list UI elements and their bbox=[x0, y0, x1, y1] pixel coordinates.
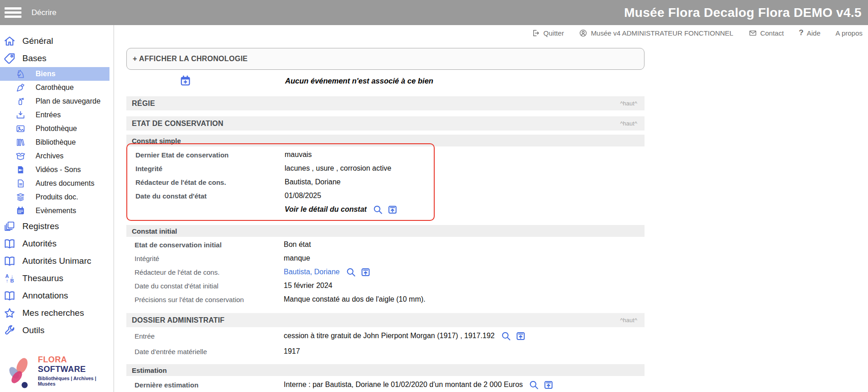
sidebar-item-label: Général bbox=[22, 36, 53, 46]
chronology-event-row: Aucun événement n'est associé à ce bien bbox=[126, 71, 645, 90]
sidebar-item-evenements[interactable]: Evènements bbox=[0, 204, 109, 218]
sidebar-item-autorites-unimarc[interactable]: Autorités Unimarc bbox=[0, 252, 114, 270]
field-value-text: 15 février 2024 bbox=[284, 282, 333, 290]
subsection-bar-constat-initial: Constat initial bbox=[126, 225, 645, 237]
field-row-precisions-sur-l-etat-de-conservation: Précisions sur l'état de conservationMan… bbox=[126, 293, 645, 306]
top-bar: Décrire Musée Flora Decalog Flora DEMO v… bbox=[0, 0, 868, 25]
sidebar-item-videos-sons[interactable]: Vidéos - Sons bbox=[0, 163, 109, 177]
field-value: lacunes , usure , corrosion active bbox=[285, 164, 391, 172]
sidebar-item-outils[interactable]: Outils bbox=[0, 322, 114, 339]
subsection-title: Estimation bbox=[132, 366, 167, 374]
open-window-icon[interactable] bbox=[360, 267, 371, 277]
module-label: Décrire bbox=[31, 8, 57, 17]
field-value: Manque constaté au dos de l'aigle (10 mm… bbox=[284, 295, 426, 303]
back-to-top-link[interactable]: ^haut^ bbox=[620, 100, 637, 107]
field-label: Intégrité bbox=[126, 255, 284, 262]
back-to-top-link[interactable]: ^haut^ bbox=[620, 317, 637, 324]
utility-contact[interactable]: Contact bbox=[748, 29, 784, 37]
sidebar-item-registres[interactable]: Registres bbox=[0, 218, 114, 235]
home-icon bbox=[3, 35, 16, 47]
sidebar-item-label: Evènements bbox=[36, 207, 76, 215]
sidebar-item-archives[interactable]: Archives bbox=[0, 149, 109, 163]
field-row-etat-de-conservation-initial: Etat de conservation initialBon état bbox=[126, 238, 645, 251]
search-icon[interactable] bbox=[373, 204, 383, 215]
sidebar-item-annotations[interactable]: Annotations bbox=[0, 287, 114, 304]
row-actions bbox=[529, 380, 554, 390]
row-actions bbox=[346, 267, 371, 277]
field-value: 01/08/2025 bbox=[285, 192, 321, 200]
field-value-text: Bon état bbox=[284, 240, 311, 249]
rowgroup: Entréecession à titre gratuit de John Pi… bbox=[126, 327, 645, 360]
subsection-bar-estimation: Estimation bbox=[126, 364, 645, 376]
field-value-text: mauvais bbox=[285, 151, 312, 159]
field-label: Précisions sur l'état de conservation bbox=[126, 296, 284, 303]
field-value: 1917 bbox=[284, 347, 300, 355]
open-window-icon[interactable] bbox=[387, 204, 398, 215]
section-bar-regie: RÉGIE^haut^ bbox=[126, 96, 645, 110]
field-row-entree: Entréecession à titre gratuit de John Pi… bbox=[126, 328, 645, 344]
main-area: QuitterMusée v4 ADMINISTRATEUR FONCTIONN… bbox=[114, 25, 868, 392]
highlighted-rowgroup: Dernier Etat de conservationmauvaisInteg… bbox=[126, 143, 435, 221]
sidebar-item-phototheque[interactable]: Photothèque bbox=[0, 122, 109, 136]
field-value-text: 01/08/2025 bbox=[285, 192, 321, 200]
sidebar-item-label: Mes recherches bbox=[22, 308, 84, 318]
sidebar-item-bibliotheque[interactable]: Bibliothèque bbox=[0, 136, 109, 149]
field-value: 15 février 2024 bbox=[284, 282, 333, 290]
sidebar-item-mes-recherches[interactable]: Mes recherches bbox=[0, 304, 114, 322]
field-label: Date d'entrée matérielle bbox=[126, 348, 284, 355]
video-doc-icon bbox=[16, 165, 26, 175]
sidebar-item-label: Bibliothèque bbox=[36, 138, 76, 146]
sidebar-item-thesaurus[interactable]: A↓↑BThesaurus bbox=[0, 270, 114, 287]
open-window-icon[interactable] bbox=[543, 380, 554, 390]
sidebar-item-autorites[interactable]: Autorités bbox=[0, 235, 114, 252]
utility-quitter[interactable]: Quitter bbox=[531, 29, 564, 37]
sidebar-item-autres-documents[interactable]: Autres documents bbox=[0, 177, 109, 190]
field-row-date-du-constat-d-etat: Date du constat d'état01/08/2025 bbox=[127, 189, 434, 203]
add-event-calendar-icon[interactable] bbox=[179, 74, 192, 87]
image-icon bbox=[16, 124, 26, 134]
field-value: Voir le détail du constat bbox=[285, 204, 398, 215]
tag-icon bbox=[3, 52, 16, 65]
field-value-text: cession à titre gratuit de John Pierpont… bbox=[284, 332, 495, 340]
field-value-text: lacunes , usure , corrosion active bbox=[285, 164, 391, 172]
open-book-icon bbox=[3, 255, 16, 267]
utility-apropos[interactable]: A propos bbox=[836, 29, 863, 37]
field-row-date-d-entree-materielle: Date d'entrée matérielle1917 bbox=[126, 344, 645, 359]
field-value-text[interactable]: Bautista, Doriane bbox=[284, 268, 340, 276]
star-icon bbox=[3, 307, 16, 319]
field-row-integrite: Integritélacunes , usure , corrosion act… bbox=[127, 162, 434, 175]
knight-icon: ♘ bbox=[16, 69, 26, 79]
sidebar-item-produits-doc[interactable]: Produits doc. bbox=[0, 190, 109, 204]
back-to-top-link[interactable]: ^haut^ bbox=[620, 120, 637, 127]
sidebar-item-carotheque[interactable]: Carothèque bbox=[0, 81, 109, 94]
field-value-text: manque bbox=[284, 254, 310, 262]
search-icon[interactable] bbox=[346, 267, 356, 277]
field-row-redacteur-de-l-etat-de-cons: Rédacteur de l'état de cons.Bautista, Do… bbox=[126, 265, 645, 279]
hamburger-menu-icon[interactable] bbox=[5, 5, 21, 20]
sidebar-item-bases[interactable]: Bases bbox=[0, 50, 114, 67]
brand-software: SOFTWARE bbox=[38, 365, 86, 374]
search-icon[interactable] bbox=[501, 331, 511, 341]
show-chronology-button[interactable]: + AFFICHER LA CHRONOLOGIE bbox=[126, 48, 645, 70]
utility-user[interactable]: Musée v4 ADMINISTRATEUR FONCTIONNEL bbox=[579, 29, 733, 37]
search-icon[interactable] bbox=[529, 380, 539, 390]
sidebar-item-entrees[interactable]: Entrées bbox=[0, 108, 109, 122]
field-row-detail: Voir le détail du constat bbox=[127, 203, 434, 216]
sidebar-item-label: Bases bbox=[22, 53, 47, 63]
brand-tagline: Bibliothèques | Archives | Musées bbox=[38, 376, 114, 387]
row-actions bbox=[373, 204, 398, 215]
sidebar-item-plan-de-sauvegarde[interactable]: Plan de sauvegarde bbox=[0, 94, 109, 108]
field-row-dernier-etat-de-conservation: Dernier Etat de conservationmauvais bbox=[127, 148, 434, 162]
field-value-text: Interne : par Bautista, Doriane le 01/02… bbox=[284, 381, 523, 389]
section-title: DOSSIER ADMINISTRATIF bbox=[132, 316, 224, 324]
sidebar-item-biens[interactable]: ♘Biens bbox=[0, 67, 109, 81]
open-window-icon[interactable] bbox=[515, 331, 526, 341]
app-title: Musée Flora Decalog Flora DEMO v4.5 bbox=[624, 5, 862, 20]
row-actions bbox=[501, 331, 526, 341]
utility-aide[interactable]: ?Aide bbox=[799, 28, 820, 37]
sidebar-item-label: Vidéos - Sons bbox=[36, 166, 81, 174]
sidebar-item-label: Thesaurus bbox=[22, 273, 63, 283]
sidebar-item-general[interactable]: Général bbox=[0, 32, 114, 50]
field-label: Rédacteur de l'état de cons. bbox=[127, 178, 285, 186]
no-event-message: Aucun événement n'est associé à ce bien bbox=[285, 77, 433, 85]
